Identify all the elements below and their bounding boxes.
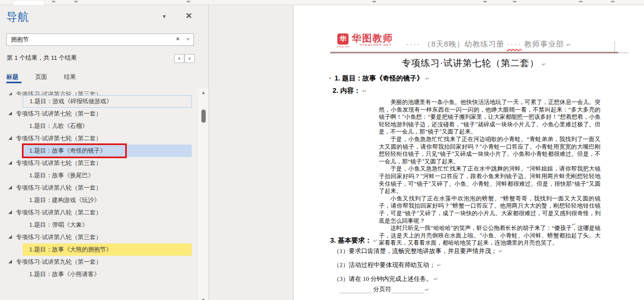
tree-item-heading[interactable]: 专项练习·试讲第八轮（第一套） [0, 182, 199, 194]
tab-results[interactable]: 结果 [64, 73, 76, 81]
scrollbar-thumb[interactable] [201, 110, 206, 123]
tree-item-heading[interactable]: 专项练习·试讲第七轮（第三套） [0, 157, 199, 169]
story-paragraph: 美丽的池塘里有一条小鱼。他快快活活地玩了一天，可累了，正想休息一会儿。突然，小鱼… [379, 98, 601, 135]
tree-item-heading[interactable]: 专项练习·试讲第七轮（第一套） [0, 108, 199, 120]
paragraph-mark: ↵ [425, 76, 430, 82]
tree-item-subheading-selected[interactable]: 1.题目：故事《奇怪的镜子》 [23, 145, 192, 157]
ribbon-fragment [513, 1, 516, 2]
tree-item-label: 专项练习·试讲第八轮（第三套） [16, 233, 102, 241]
collapse-triangle-icon[interactable] [8, 92, 12, 95]
topic-heading-text: 1. 题目：故事《奇怪的镜子》 [335, 75, 423, 82]
search-result-status: 第 1 个结果，共 11 个结果 [7, 54, 77, 62]
header-rule [330, 52, 618, 53]
tree-item-subheading[interactable]: 1.题目：弹唱《大象》 [23, 219, 192, 231]
search-box[interactable]: × ˅ [6, 33, 194, 46]
ribbon-fragment [483, 1, 487, 2]
page-break-dotted-line [339, 288, 372, 293]
paragraph-mark: ↵ [434, 276, 438, 282]
tree-item-heading[interactable]: 专项练习·试讲第九轮（第一套） [0, 256, 199, 268]
ribbon-tab-stub [13, 0, 45, 5]
paragraph-mark: ↵ [572, 222, 576, 227]
huatu-logo-badge: 华 [337, 33, 349, 45]
document-title: 专项练习·试讲第七轮（第二套） ↵ [330, 57, 618, 69]
story-paragraph: 这时只听见一阵“哈哈哈”的笑声，虾公公拖着长长的胡子来了：“傻孩子，这哪是镜子，… [379, 224, 601, 247]
previous-result-button[interactable]: ∧ [174, 54, 184, 63]
story-paragraph: 于是，小鱼又急急忙忙找来了正在水中跳舞的河蚌。“河蚌姐姐，请你帮我把大镜子抬回家… [379, 165, 601, 194]
tree-item-heading[interactable]: 专项练习·试讲第六轮（第三套） [0, 88, 199, 95]
collapse-triangle-icon[interactable] [8, 186, 12, 189]
tree-item-heading[interactable]: 专项练习·试讲第七轮（第二套） [0, 132, 199, 145]
header-dept-text: 教师事业部 [524, 40, 564, 48]
next-result-button[interactable]: ∨ [185, 54, 195, 63]
tree-item-heading[interactable]: 专项练习·试讲第八轮（第三套） [0, 231, 199, 243]
tree-item-subheading[interactable]: 1.题目：儿歌《石榴》 [23, 120, 192, 132]
topic-heading: ▪ 1. 题目：故事《奇怪的镜子》 ↵ [329, 74, 429, 83]
scroll-up-icon[interactable]: ▲ [198, 90, 209, 95]
requirement-text: （3）请在 10 分钟内完成上述任务。 [333, 275, 432, 282]
tree-item-subheading[interactable]: 1.题目：故事《换尾巴》 [23, 169, 192, 182]
paragraph-mark: ↵ [425, 287, 429, 293]
document-page: 华 SINCE 2001 华图教师 HTEACHER.NET ···· （8天8… [293, 6, 644, 300]
tab-pages[interactable]: 页面 [35, 73, 47, 81]
collapse-triangle-icon[interactable] [8, 210, 12, 214]
headings-tree: 专项练习·试讲第六轮（第三套） 1.题目：游戏《碎报纸做游戏》 专项练习·试讲第… [0, 88, 199, 280]
tree-item-label: 专项练习·试讲第七轮（第三套） [16, 159, 102, 167]
tree-item-label: 专项练习·试讲第六轮（第三套） [16, 90, 102, 95]
tree-item-label: 专项练习·试讲第七轮（第二套） [16, 135, 102, 142]
paragraph-mark: ↵ [437, 262, 441, 268]
tab-headings[interactable]: 标题 [6, 73, 18, 81]
content-heading: 2. 内容： ↵ [333, 86, 367, 95]
ribbon-fragment [187, 1, 190, 2]
tree-item-subheading[interactable]: 1.题目：故事《小熊请客》 [23, 268, 192, 280]
collapse-triangle-icon[interactable] [8, 235, 12, 239]
collapse-triangle-icon[interactable] [8, 260, 12, 263]
tree-item-label: 1.题目：故事《大熊的拥抱节》 [29, 246, 112, 253]
collapse-triangle-icon[interactable] [8, 112, 12, 115]
tree-item-subheading[interactable]: 1.题目：游戏《碎报纸做游戏》 [23, 95, 192, 108]
collapse-triangle-icon[interactable] [8, 136, 12, 140]
paragraph-mark: ↵ [374, 238, 378, 244]
requirement-item: （3）请在 10 分钟内完成上述任务。 ↵ [333, 275, 438, 283]
tree-item-label: 专项练习·试讲第八轮（第一套） [16, 184, 102, 192]
content-heading-text: 2. 内容： [333, 87, 360, 94]
page-header-text: ···· （8天8晚）幼教练习册 ···· 教师事业部 ↵ [406, 39, 571, 49]
nav-scrollbar[interactable]: ▲ ▼ [198, 88, 209, 300]
header-leader-dots: ···· [406, 40, 421, 48]
search-options-chevron-icon[interactable]: ˅ [186, 36, 189, 42]
ribbon-fragment [611, 1, 614, 2]
collapse-triangle-icon[interactable] [8, 161, 12, 165]
logo-site-text: HTEACHER.NET [360, 43, 392, 47]
tree-item-subheading[interactable]: 1.题目：建构游戏《玩沙》 [23, 194, 192, 206]
tree-item-label: 1.题目：故事《奇怪的镜子》 [29, 147, 106, 155]
ribbon-sliver [0, 0, 644, 5]
requirement-text: （2）活动过程中要体现有师幼互动； [333, 261, 435, 268]
pane-close-icon[interactable]: × [186, 10, 192, 22]
tree-item-heading[interactable]: 专项练习·试讲第八轮（第二套） [0, 206, 199, 219]
search-input[interactable] [11, 35, 162, 44]
requirement-item: （1）要求口齿清楚，流畅完整地讲故事，并且要声情并茂； ↵ [333, 247, 503, 255]
page-break-label: 分页符 [372, 286, 392, 293]
pane-options-chevron-icon[interactable]: ▾ [163, 13, 166, 20]
story-paragraph: 小鱼又找到了正在水藻中吹泡泡的螃蟹。“螃蟹哥哥，我找到一面又大又圆的镜子，请你帮… [379, 195, 601, 224]
paragraph-mark: ↵ [362, 88, 367, 94]
document-title-text: 专项练习·试讲第七轮（第二套） [402, 58, 539, 68]
tree-item-label: 1.题目：建构游戏《玩沙》 [29, 196, 100, 204]
navigation-pane-title: 导航 [6, 10, 29, 25]
paragraph-mark: ↵ [499, 248, 503, 254]
header-course-text: （8天8晚）幼教练习册 [423, 40, 504, 48]
scroll-down-icon[interactable]: ▼ [198, 298, 209, 300]
paragraph-mark: ↵ [567, 42, 571, 48]
paragraph-mark: ↵ [542, 61, 547, 67]
tree-item-label: 专项练习·试讲第九轮（第一套） [16, 258, 102, 266]
tree-item-label: 专项练习·试讲第八轮（第二套） [16, 209, 102, 216]
requirements-heading-text: 3. 基本要求： [330, 237, 372, 244]
tree-item-subheading-search-match[interactable]: 1.题目：故事《大熊的拥抱节》 [23, 243, 192, 256]
nav-tabs: 标题 页面 结果 [6, 73, 91, 81]
search-clear-icon[interactable]: × [176, 35, 180, 43]
header-cell-border [614, 41, 615, 52]
header-rule-extension [618, 53, 628, 53]
active-tab-underline [6, 82, 22, 83]
ribbon-fragment [52, 1, 55, 2]
tree-item-label: 1.题目：儿歌《石榴》 [29, 122, 88, 130]
tree-item-label: 1.题目：弹唱《大象》 [29, 221, 88, 229]
